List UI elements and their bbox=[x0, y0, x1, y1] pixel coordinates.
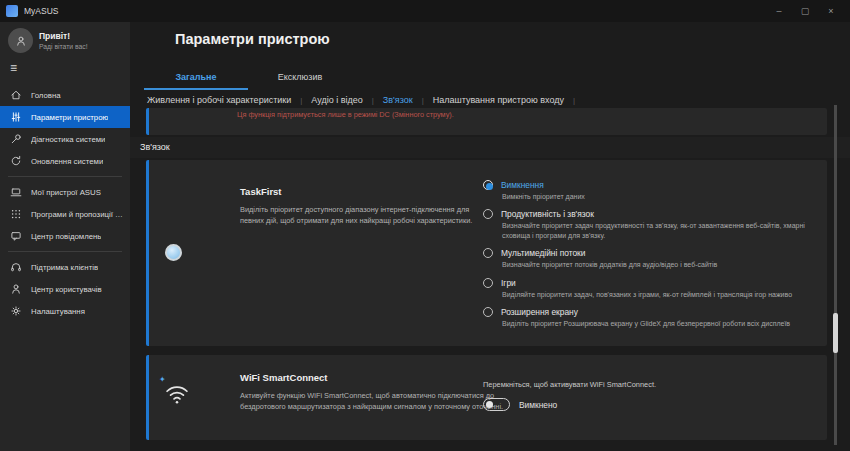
subnav-separator: | bbox=[300, 96, 302, 105]
apps-grid-icon bbox=[10, 208, 22, 220]
subnav-item-connectivity[interactable]: Зв'язок bbox=[381, 95, 415, 105]
sliders-icon bbox=[10, 111, 22, 123]
wifi-smartconnect-card: ✦ WiFi SmartConnect Активуйте функцію Wi… bbox=[146, 355, 827, 440]
minimize-icon[interactable]: – bbox=[766, 0, 792, 22]
tab-underline bbox=[144, 88, 248, 90]
myasus-logo-icon bbox=[6, 5, 18, 17]
sidebar-item-my-devices[interactable]: Мої пристрої ASUS bbox=[0, 181, 130, 203]
radio-icon[interactable] bbox=[483, 307, 493, 317]
diagnostics-icon bbox=[10, 133, 22, 145]
sidebar: Привіт! Раді вітати вас! ≡ Головна Парам… bbox=[0, 22, 130, 451]
page-title: Параметри пристрою bbox=[175, 31, 330, 47]
sidebar-item-user-center[interactable]: Центр користувачів bbox=[0, 278, 130, 300]
sidebar-divider bbox=[8, 251, 122, 252]
wifi-icon: ✦ bbox=[163, 379, 191, 407]
subnav-item-power[interactable]: Живлення і робочі характеристики bbox=[145, 95, 293, 105]
home-icon bbox=[10, 89, 22, 101]
tab-bar: Загальне Ексклюзив bbox=[144, 72, 352, 90]
warning-text: Ця функція підтримується лише в режимі D… bbox=[237, 110, 454, 119]
option-productivity: Продуктивність і зв'язок Визначайте пріо… bbox=[483, 209, 818, 241]
person-icon bbox=[15, 35, 27, 47]
taskfirst-options: Вимкнення Вимкніть пріоритет даних Проду… bbox=[483, 180, 818, 329]
headset-icon bbox=[10, 261, 22, 273]
main-content: Параметри пристрою Загальне Ексклюзив Жи… bbox=[130, 22, 850, 451]
subnav: Живлення і робочі характеристики | Аудіо… bbox=[145, 95, 582, 105]
gear-icon bbox=[10, 305, 22, 317]
sidebar-item-diagnostics[interactable]: Діагностика системи bbox=[0, 128, 130, 150]
sidebar-item-customer-support[interactable]: Підтримка клієнтів bbox=[0, 256, 130, 278]
user-icon bbox=[10, 283, 22, 295]
titlebar: MyASUS – ▢ × bbox=[0, 0, 850, 22]
sidebar-item-message-center[interactable]: Центр повідомлень bbox=[0, 225, 130, 247]
subnav-separator: | bbox=[573, 96, 575, 105]
sidebar-divider bbox=[8, 176, 122, 177]
devices-icon bbox=[10, 186, 22, 198]
taskfirst-card: TaskFirst Виділіть пріоритет доступного … bbox=[146, 160, 827, 346]
subnav-separator: | bbox=[372, 96, 374, 105]
close-icon[interactable]: × bbox=[818, 0, 844, 22]
avatar[interactable] bbox=[8, 28, 33, 53]
option-multimedia: Мультимедійні потоки Визначайте пріорите… bbox=[483, 248, 818, 270]
sidebar-item-home[interactable]: Головна bbox=[0, 84, 130, 106]
sidebar-item-apps-offers[interactable]: Програми й пропозиції від... bbox=[0, 203, 130, 225]
window-controls: – ▢ × bbox=[766, 0, 844, 22]
taskfirst-title: TaskFirst bbox=[240, 186, 490, 197]
user-greeting: Привіт! Раді вітати вас! bbox=[8, 28, 88, 53]
section-header: Зв'язок bbox=[130, 137, 850, 158]
scrollbar-thumb[interactable] bbox=[833, 313, 838, 353]
taskfirst-description: Виділіть пріоритет доступного діапазону … bbox=[240, 204, 490, 226]
sidebar-item-system-update[interactable]: Оновлення системи bbox=[0, 150, 130, 172]
update-icon bbox=[10, 155, 22, 167]
greeting-subtitle: Раді вітати вас! bbox=[39, 43, 88, 50]
scrollbar-track[interactable] bbox=[834, 105, 837, 445]
message-icon bbox=[10, 230, 22, 242]
taskfirst-sphere-icon bbox=[165, 244, 182, 261]
toggle-knob bbox=[486, 401, 493, 408]
option-off: Вимкнення Вимкніть пріоритет даних bbox=[483, 180, 818, 202]
option-screen-extension: Розширення екрану Виділіть пріоритет Роз… bbox=[483, 307, 818, 329]
wifi-toggle-hint: Перемкніться, щоб активувати WiFi SmartC… bbox=[483, 380, 803, 389]
subnav-item-input-device[interactable]: Налаштування пристрою входу bbox=[431, 95, 566, 105]
app-title: MyASUS bbox=[24, 6, 58, 16]
wifi-toggle-state: Вимкнено bbox=[519, 400, 557, 410]
greeting-title: Привіт! bbox=[39, 31, 88, 41]
subnav-item-audio-video[interactable]: Аудіо і відео bbox=[309, 95, 364, 105]
subnav-separator: | bbox=[422, 96, 424, 105]
option-games: Ігри Виділяйте пріоритети задач, пов'яза… bbox=[483, 278, 818, 300]
radio-icon[interactable] bbox=[483, 209, 493, 219]
radio-icon[interactable] bbox=[483, 248, 493, 258]
hamburger-menu-icon[interactable]: ≡ bbox=[10, 62, 17, 74]
section-title: Зв'язок bbox=[140, 137, 170, 158]
sidebar-item-device-settings[interactable]: Параметри пристрою bbox=[0, 106, 130, 128]
warning-card: Ця функція підтримується лише в режимі D… bbox=[146, 108, 827, 135]
tab-exclusive[interactable]: Ексклюзив bbox=[248, 72, 352, 90]
tab-general[interactable]: Загальне bbox=[144, 72, 248, 90]
sidebar-item-settings[interactable]: Налаштування bbox=[0, 300, 130, 322]
maximize-icon[interactable]: ▢ bbox=[792, 0, 818, 22]
sparkle-icon: ✦ bbox=[159, 375, 166, 384]
wifi-toggle[interactable] bbox=[483, 398, 510, 411]
sidebar-nav: Головна Параметри пристрою Діагностика с… bbox=[0, 84, 130, 322]
radio-icon[interactable] bbox=[483, 180, 493, 190]
radio-icon[interactable] bbox=[483, 278, 493, 288]
